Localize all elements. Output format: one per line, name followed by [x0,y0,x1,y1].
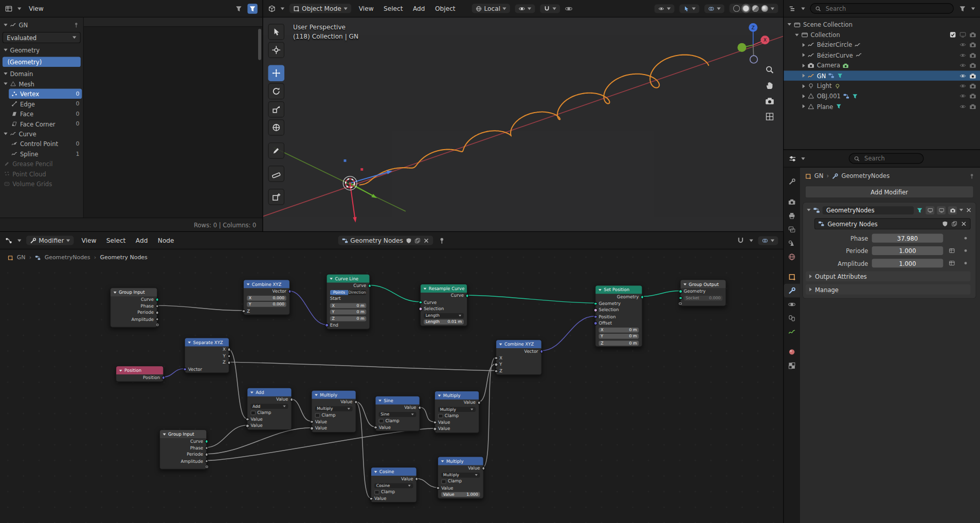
breadcrumb-object[interactable]: GN [814,172,824,179]
checkbox-icon[interactable] [949,31,956,38]
proportional-editing-icon[interactable] [565,5,573,12]
outliner-filter-chevron-icon[interactable] [971,7,975,10]
node-curve-line[interactable]: Curve LineCurvePointsDirectionStartX0 mY… [326,274,370,329]
modifier-name-field[interactable]: GeometryNodes [823,206,914,214]
geometry-component-button[interactable]: (Geometry) [3,57,81,67]
decorator-icon[interactable] [965,249,967,252]
spreadsheet-domain-volume-grids[interactable]: Volume Grids [1,179,82,189]
pin-icon[interactable] [73,22,79,28]
disable-render-camera-icon[interactable] [969,42,976,48]
node-group-input[interactable]: Group InputCurvePhasePeriodeAmplitude [159,429,207,470]
input-socket-value[interactable] [436,486,440,490]
node-collapse-chevron-icon[interactable] [378,400,382,402]
output-socket-amplitude[interactable] [155,318,159,321]
spreadsheet-object-row[interactable]: GN [1,20,82,30]
subpanel-manage[interactable]: Manage [806,284,971,294]
number-field-y[interactable]: Y0 m [330,310,367,315]
shading-solid-icon[interactable] [742,5,749,12]
input-socket-selection[interactable] [419,307,422,311]
expand-chevron-icon[interactable] [803,74,805,78]
menu-select[interactable]: Select [104,236,128,245]
output-socket-curve[interactable] [368,284,371,287]
node-collapse-chevron-icon[interactable] [250,391,253,393]
output-socket-z[interactable] [227,361,231,365]
menu-node[interactable]: Node [155,236,176,245]
fake-user-shield-icon[interactable] [406,237,412,243]
dropdown-multiply[interactable]: Multiply [438,407,476,412]
properties-tab-constraints[interactable] [784,311,800,325]
node-collapse-chevron-icon[interactable] [163,433,166,435]
disable-render-camera-icon[interactable] [969,52,976,59]
node-collapse-chevron-icon[interactable] [330,278,333,280]
dropdown-length[interactable]: Length [424,313,464,318]
panel-expand-chevron-icon[interactable] [807,209,810,211]
expand-chevron-icon[interactable] [4,82,7,85]
outliner-editor-icon[interactable] [789,5,796,12]
input-socket-position[interactable] [594,315,597,319]
node-group-input[interactable]: Group InputCurvePhasePeriodeAmplitude [110,287,157,328]
input-socket-y[interactable] [495,363,498,367]
editor-type-chevron-icon[interactable] [17,239,21,242]
expand-chevron-icon[interactable] [803,84,805,88]
input-socket-geometry[interactable] [594,302,597,305]
outliner-search[interactable] [810,3,954,14]
hide-eye-icon[interactable] [959,62,966,69]
properties-tab-physics[interactable] [784,298,800,312]
node-context-dropdown[interactable]: Modifier [26,236,74,245]
spreadsheet-domain-curve[interactable]: Curve [1,129,82,138]
input-socket-offset[interactable] [594,321,597,325]
outliner-row-b-ziercircle[interactable]: BézierCircle [784,40,980,50]
outliner-row-scene-collection[interactable]: Scene Collection [784,20,980,30]
shading-material-icon[interactable] [752,5,758,12]
tool-move-button[interactable] [268,65,284,81]
tool-transform-button[interactable] [268,119,284,136]
spreadsheet-domain-edge[interactable]: Edge0 [9,99,82,109]
node-set-position[interactable]: Set PositionGeometryGeometrySelectionPos… [595,285,642,347]
filter-toggle-button[interactable] [247,4,257,13]
menu-add[interactable]: Add [133,236,150,245]
shading-rendered-icon[interactable] [761,5,768,12]
number-field-x[interactable]: X0.000 [247,296,286,301]
menu-view[interactable]: View [356,4,376,13]
dropdown-sine[interactable]: Sine [379,412,416,417]
node-collapse-chevron-icon[interactable] [499,343,502,345]
properties-tab-scene[interactable] [784,236,800,250]
checkbox-clamp[interactable] [315,413,320,418]
display-realtime-toggle[interactable] [937,206,946,214]
editor-type-chevron-icon[interactable] [801,7,805,10]
input-socket-socket[interactable] [679,296,682,300]
amplitude-value-field[interactable]: 1.000 [872,259,943,267]
camera-view-icon[interactable] [765,96,774,105]
copy-icon[interactable] [951,221,957,227]
display-render-toggle[interactable] [948,206,957,214]
node-collapse-chevron-icon[interactable] [424,287,427,290]
number-field-length[interactable]: Length0.01 m [424,319,464,324]
number-field-z[interactable]: Z0 m [330,316,367,321]
properties-tab-world[interactable] [784,250,800,264]
node-canvas[interactable]: GN › GeometryNodes › Geometry Nodes Grou… [0,249,783,523]
spreadsheet-domain-mesh[interactable]: Mesh [1,79,82,88]
output-socket-phase[interactable] [155,304,159,308]
node-collapse-chevron-icon[interactable] [441,460,444,462]
spreadsheet-editor-icon[interactable] [5,5,13,12]
node-collapse-chevron-icon[interactable] [119,369,122,371]
evaluation-state-dropdown[interactable]: Evaluated [3,32,81,43]
expand-chevron-icon[interactable] [803,104,805,108]
editor-type-chevron-icon[interactable] [281,7,284,10]
menu-view[interactable]: View [79,236,99,245]
output-socket-value[interactable] [477,401,481,405]
section-domain[interactable]: Domain [1,69,82,79]
expand-chevron-icon[interactable] [788,23,791,26]
expand-chevron-icon[interactable] [803,43,805,47]
decorator-icon[interactable] [965,237,967,240]
menu-object[interactable]: Object [432,4,458,13]
output-socket-value[interactable] [418,406,422,410]
viewport-canvas[interactable]: ZX User Perspective (118) Collection | G… [263,17,783,232]
number-field-socket[interactable]: Socket0.000 [684,296,722,301]
output-socket[interactable] [205,465,208,468]
hide-eye-icon[interactable] [959,52,966,59]
segmented-toggle[interactable]: PointsDirection [330,290,367,295]
unlink-icon[interactable] [960,221,967,227]
spreadsheet-domain-control-point[interactable]: Control Point0 [9,139,82,149]
hide-eye-icon[interactable] [959,42,966,48]
